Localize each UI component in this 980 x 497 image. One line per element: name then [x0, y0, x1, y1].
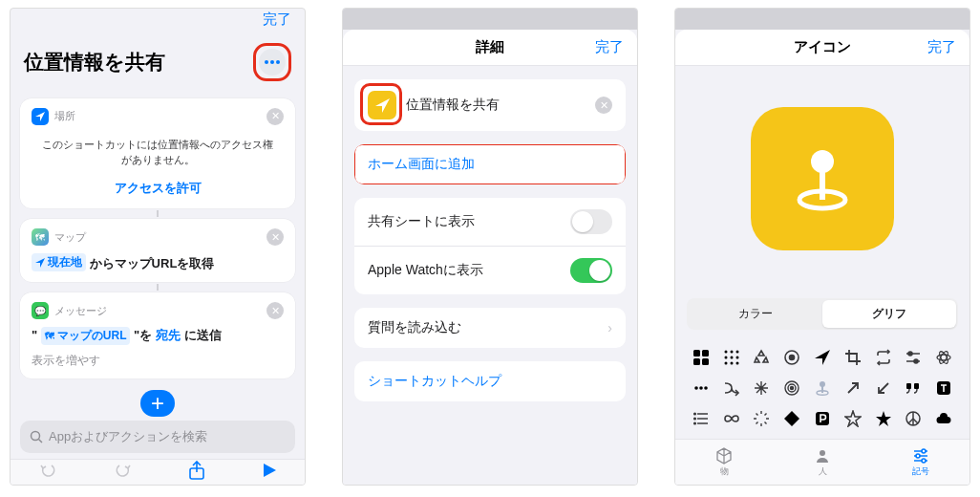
glyph-repeat[interactable]: [873, 347, 894, 368]
glyph-cloud[interactable]: [933, 408, 954, 429]
glyph-crop[interactable]: [842, 347, 863, 368]
svg-line-54: [765, 422, 767, 424]
svg-rect-12: [702, 358, 709, 365]
shortcut-name-label: 位置情報を共有: [406, 97, 500, 114]
glyph-peace[interactable]: [903, 408, 924, 429]
remove-action-button[interactable]: ✕: [266, 108, 284, 125]
done-button[interactable]: 完了: [595, 38, 624, 56]
svg-point-20: [730, 362, 733, 365]
show-more-button[interactable]: 表示を増やす: [32, 345, 284, 369]
glyph-arrow-in[interactable]: [873, 378, 894, 399]
shortcut-help-button[interactable]: ショートカットヘルプ: [354, 361, 626, 401]
tab-objects[interactable]: 物: [675, 440, 774, 485]
redo-button[interactable]: [114, 461, 133, 485]
glyph-more[interactable]: [691, 378, 712, 399]
icon-preview-area: [675, 66, 969, 291]
card-chip-label: メッセージ: [54, 304, 107, 318]
clear-name-button[interactable]: ✕: [595, 97, 612, 114]
share-button[interactable]: [188, 461, 205, 485]
svg-point-47: [694, 418, 696, 420]
sheet-backdrop: [675, 9, 969, 30]
remove-action-button[interactable]: ✕: [266, 302, 284, 319]
svg-point-32: [699, 386, 703, 390]
svg-point-3: [32, 432, 40, 441]
variable-maps-url[interactable]: 🗺マップのURL: [41, 327, 131, 345]
help-group: ショートカットヘルプ: [354, 361, 626, 401]
location-arrow-icon: [35, 258, 45, 268]
recipient-field[interactable]: 宛先: [156, 328, 181, 342]
segment-glyph[interactable]: グリフ: [822, 300, 956, 328]
done-button[interactable]: 完了: [263, 11, 291, 29]
svg-rect-57: [816, 412, 829, 425]
svg-point-21: [735, 362, 738, 365]
tab-symbols[interactable]: 記号: [871, 440, 969, 485]
undo-button[interactable]: [38, 461, 57, 485]
svg-rect-41: [914, 383, 919, 389]
action-card-location: 場所 ✕ このショートカットには位置情報へのアクセス権がありません。 アクセスを…: [20, 98, 295, 208]
glyph-parking[interactable]: [812, 408, 833, 429]
done-button[interactable]: 完了: [927, 38, 956, 56]
svg-point-13: [724, 351, 727, 354]
glyph-merge[interactable]: [721, 378, 742, 399]
tab-people[interactable]: 人: [774, 440, 872, 485]
svg-point-23: [790, 356, 795, 360]
icon-preview: [751, 107, 894, 250]
share-sheet-toggle[interactable]: [570, 209, 612, 234]
display-options-group: 共有シートに表示 Apple Watchに表示: [354, 198, 626, 294]
glyph-loading[interactable]: [752, 408, 773, 429]
svg-rect-11: [693, 358, 700, 365]
glyph-arrow-out[interactable]: [842, 378, 863, 399]
chevron-right-icon: ›: [607, 320, 612, 335]
glyph-location-arrow[interactable]: [812, 347, 833, 368]
bottom-toolbar: [11, 459, 305, 485]
glyph-text-t[interactable]: [933, 378, 954, 399]
glyph-grid-4[interactable]: [691, 347, 712, 368]
glyph-dots-grid[interactable]: [721, 347, 742, 368]
category-tabbar: 物 人 記号: [675, 439, 969, 485]
import-questions-row[interactable]: 質問を読み込む ›: [354, 308, 626, 348]
nav-bar: 詳細 完了: [343, 30, 637, 66]
search-placeholder: Appおよびアクションを検索: [49, 428, 207, 445]
add-to-home-button[interactable]: ホーム画面に追加: [354, 144, 626, 184]
glyph-recycle[interactable]: [752, 347, 773, 368]
more-button[interactable]: [259, 49, 286, 76]
svg-rect-40: [906, 383, 911, 389]
run-button[interactable]: [262, 463, 277, 483]
svg-point-8: [811, 150, 834, 173]
apple-watch-toggle[interactable]: [570, 258, 612, 283]
glyph-sliders[interactable]: [903, 347, 924, 368]
sheet-backdrop: [343, 9, 637, 30]
glyph-quote[interactable]: [903, 378, 924, 399]
glyph-list[interactable]: [691, 408, 712, 429]
action-line: 現在地 からマップURLを取得: [32, 253, 284, 272]
add-action-button[interactable]: +: [140, 390, 175, 417]
glyph-joystick[interactable]: [812, 378, 833, 399]
svg-point-14: [730, 351, 733, 354]
maps-icon: 🗺: [32, 228, 49, 246]
search-field[interactable]: Appおよびアクションを検索: [20, 421, 295, 453]
glyph-target[interactable]: [781, 347, 802, 368]
remove-action-button[interactable]: ✕: [266, 228, 284, 246]
add-home-group: ホーム画面に追加: [354, 144, 626, 184]
permission-message: このショートカットには位置情報へのアクセス権がありません。: [32, 133, 284, 172]
glyph-infinity[interactable]: [721, 408, 742, 429]
glyph-sparkle[interactable]: [752, 378, 773, 399]
glyph-diamond[interactable]: [781, 408, 802, 429]
action-card-maps: 🗺 マップ ✕ 現在地 からマップURLを取得: [20, 219, 295, 282]
variable-current-location[interactable]: 現在地: [32, 253, 86, 271]
glyph-star-outline[interactable]: [842, 408, 863, 429]
svg-point-31: [694, 386, 698, 390]
shortcut-name-cell[interactable]: 位置情報を共有 ✕: [354, 79, 626, 131]
glyph-atom[interactable]: [933, 347, 954, 368]
svg-point-39: [820, 381, 825, 387]
glyph-podcast[interactable]: [781, 378, 802, 399]
segment-color[interactable]: カラー: [689, 300, 822, 328]
connector-line: [157, 284, 159, 292]
glyph-star[interactable]: [873, 408, 894, 429]
svg-point-28: [937, 355, 950, 360]
allow-access-button[interactable]: アクセスを許可: [32, 172, 284, 199]
shortcut-icon[interactable]: [368, 91, 396, 119]
pin-icon: [784, 140, 861, 217]
svg-rect-10: [702, 350, 709, 357]
screen-shortcut-editor: 完了 位置情報を共有 場所 ✕ このショートカットには位置情報へのアクセス権があ…: [10, 8, 306, 486]
